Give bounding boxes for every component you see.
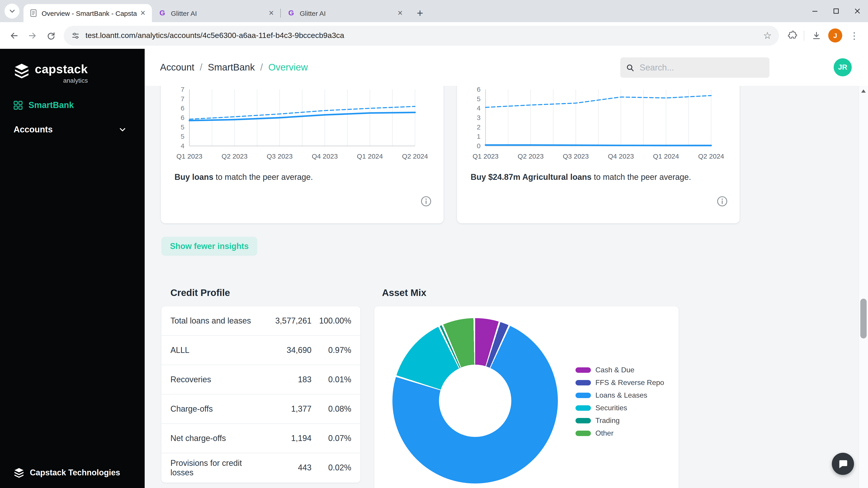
show-fewer-insights-button[interactable]: Show fewer insights: [161, 237, 257, 256]
legend-item: Trading: [576, 417, 664, 424]
dashboard-grid-icon: [13, 101, 23, 110]
tab-search-button[interactable]: [4, 4, 20, 19]
breadcrumb-account[interactable]: Account: [160, 62, 194, 73]
reload-icon: [46, 31, 55, 40]
legend-swatch: [576, 380, 591, 385]
svg-text:6: 6: [181, 114, 184, 121]
row-value: 1,377: [258, 404, 311, 414]
insight-chart-loans: 7766554Q1 2023Q2 2023Q3 2023Q4 2023Q1 20…: [161, 86, 441, 164]
tab-glitter-ai-1[interactable]: G Glitter AI ×: [152, 4, 280, 22]
row-percent: 0.01%: [311, 375, 351, 384]
sidebar-footer-label: Capstack Technologies: [30, 468, 120, 478]
tab-title: Glitter AI: [171, 9, 266, 17]
breadcrumb-separator: /: [260, 62, 263, 73]
svg-text:6: 6: [181, 104, 184, 112]
window-controls: [804, 0, 868, 22]
close-icon: [855, 8, 860, 14]
minimize-button[interactable]: [804, 0, 826, 22]
insight-text: Buy loans to match the peer average.: [175, 173, 313, 182]
search-input[interactable]: [639, 62, 764, 73]
close-window-button[interactable]: [847, 0, 868, 22]
maximize-icon: [833, 8, 839, 14]
row-label: Total loans and leases: [170, 316, 258, 326]
svg-text:0: 0: [477, 142, 480, 150]
row-percent: 100.00%: [311, 316, 351, 326]
chat-launcher-button[interactable]: [832, 453, 854, 475]
legend-swatch: [576, 405, 591, 411]
breadcrumb-separator: /: [200, 62, 203, 73]
svg-text:2: 2: [477, 123, 480, 131]
table-row: Net charge-offs 1,194 0.07%: [161, 424, 360, 453]
svg-text:Q1 2023: Q1 2023: [176, 153, 202, 160]
table-row: ALLL 34,690 0.97%: [161, 336, 360, 365]
insight-card-agricultural-loans: 6543210Q1 2023Q2 2023Q3 2023Q4 2023Q1 20…: [457, 86, 740, 223]
extensions-button[interactable]: [782, 26, 801, 45]
new-tab-button[interactable]: +: [413, 6, 427, 20]
breadcrumb-smartbank[interactable]: SmartBank: [208, 62, 255, 73]
tab-glitter-ai-2[interactable]: G Glitter AI ×: [281, 4, 409, 22]
row-percent: 0.07%: [311, 433, 351, 443]
sidebar-item-smartbank[interactable]: SmartBank: [0, 100, 145, 110]
browser-menu-button[interactable]: ⋮: [845, 26, 864, 45]
legend-item: Securities: [576, 404, 664, 412]
insight-text-rest: to match the peer average.: [213, 173, 313, 182]
info-button[interactable]: [716, 195, 728, 207]
row-value: 1,194: [258, 433, 311, 443]
svg-text:3: 3: [477, 114, 480, 121]
insight-text-bold: Buy loans: [175, 173, 213, 182]
asset-mix-donut: [393, 318, 558, 484]
svg-text:Q1 2024: Q1 2024: [653, 153, 679, 160]
browser-toolbar: test.loantt.com/analytics/accounts/4c5e6…: [0, 22, 868, 49]
legend-label: FFS & Reverse Repo: [595, 379, 664, 387]
browser-profile-avatar[interactable]: J: [828, 29, 842, 42]
logo-subtitle: analytics: [35, 77, 88, 84]
scrollbar-up-icon[interactable]: [861, 90, 866, 93]
url-text[interactable]: test.loantt.com/analytics/accounts/4c5e6…: [86, 31, 763, 40]
table-row: Recoveries 183 0.01%: [161, 365, 360, 394]
browser-window: Overview - SmartBank - Capsta... × G Gli…: [0, 0, 868, 488]
tab-close-icon[interactable]: ×: [395, 8, 405, 19]
insight-text: Buy $24.87m Agricultural loans to match …: [471, 173, 691, 182]
svg-text:5: 5: [181, 133, 184, 140]
tab-close-icon[interactable]: ×: [137, 8, 148, 19]
scrollbar-thumb[interactable]: [860, 299, 867, 338]
info-button[interactable]: [420, 195, 432, 207]
table-row: Charge-offs 1,377 0.08%: [161, 394, 360, 424]
chat-bubble-icon: [837, 458, 848, 469]
svg-text:1: 1: [477, 133, 480, 140]
downloads-button[interactable]: [807, 26, 826, 45]
legend-item: Other: [576, 429, 664, 437]
svg-text:7: 7: [181, 95, 184, 103]
address-bar[interactable]: test.loantt.com/analytics/accounts/4c5e6…: [64, 26, 779, 45]
maximize-button[interactable]: [826, 0, 847, 22]
site-info-icon[interactable]: [71, 31, 80, 40]
row-percent: 0.02%: [311, 463, 351, 473]
insight-text-rest: to match the peer average.: [592, 173, 691, 182]
search-box[interactable]: [620, 57, 770, 78]
tab-close-icon[interactable]: ×: [266, 8, 277, 19]
svg-text:Q2 2023: Q2 2023: [221, 153, 248, 160]
back-button[interactable]: [4, 26, 23, 45]
bookmark-star-icon[interactable]: ☆: [763, 30, 772, 41]
user-avatar[interactable]: JR: [834, 58, 852, 76]
forward-button[interactable]: [23, 26, 41, 45]
toolbar-divider: [804, 31, 804, 40]
capstack-logo: capstack analytics: [0, 49, 145, 84]
viewport: Overview - SmartBank - Capsta... × G Gli…: [0, 0, 868, 488]
sidebar-item-accounts[interactable]: Accounts: [0, 125, 145, 135]
page-header: Account / SmartBank / Overview JR: [145, 49, 868, 86]
row-label: Recoveries: [170, 375, 258, 384]
search-icon: [626, 63, 634, 72]
scrollbar[interactable]: [859, 86, 868, 488]
row-label: ALLL: [170, 346, 258, 355]
scroll-content: 7766554Q1 2023Q2 2023Q3 2023Q4 2023Q1 20…: [145, 86, 868, 488]
logo-title: capstack: [35, 63, 88, 75]
minimize-icon: [812, 8, 818, 14]
reload-button[interactable]: [41, 26, 60, 45]
tab-overview-smartbank[interactable]: Overview - SmartBank - Capsta... ×: [24, 4, 152, 22]
capstack-footer-logo-icon: [13, 468, 24, 478]
legend-swatch: [576, 392, 591, 398]
browser-tab-strip: Overview - SmartBank - Capsta... × G Gli…: [0, 0, 868, 22]
row-value: 3,577,261: [258, 316, 311, 326]
insight-chart-agricultural: 6543210Q1 2023Q2 2023Q3 2023Q4 2023Q1 20…: [457, 86, 737, 164]
